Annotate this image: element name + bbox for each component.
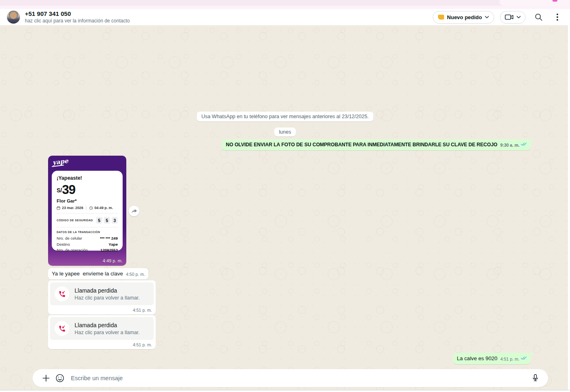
transaction-row: Nro. de celular*** *** 249 (57, 236, 118, 242)
missed-call-icon (58, 290, 66, 298)
missed-call-title: Llamada perdida (75, 322, 140, 328)
missed-call-callback[interactable]: Llamada perdida Haz clic para volver a l… (50, 282, 154, 305)
message-missed-call: Llamada perdida Haz clic para volver a l… (48, 315, 156, 349)
message-input[interactable] (71, 375, 528, 381)
receipt-amount: 39 (62, 184, 75, 196)
search-button[interactable] (531, 10, 546, 24)
message-text: La calve es 9020 (457, 355, 497, 361)
forward-message-button[interactable] (129, 206, 139, 216)
message-time: 4:50 p. m. (126, 272, 145, 277)
voice-message-button[interactable] (528, 371, 542, 385)
clock-icon (89, 206, 93, 210)
video-call-button[interactable] (500, 11, 526, 24)
security-digit: 3 (112, 217, 118, 224)
transaction-row: Nro. de operación12092553 (57, 247, 118, 253)
forward-icon (131, 209, 137, 214)
receipt-date: 23 mar. 2026 (62, 206, 83, 210)
contact-info[interactable]: +51 907 341 050 haz clic aquí para ver l… (25, 10, 130, 24)
message-time: 4:51 p. m. (50, 305, 154, 314)
system-notice: Usa WhatsApp en tu teléfono para ver men… (196, 112, 374, 121)
missed-call-title: Llamada perdida (75, 287, 140, 294)
chat-scrollbar-track[interactable] (568, 25, 570, 390)
receipt-card: ¡Yapeaste! S/ 39 Flor Gar* 23 mar. 2026 … (52, 171, 123, 251)
date-divider: lunes (274, 128, 296, 137)
message-text: Ya le yapee envíeme la clave (52, 271, 123, 277)
video-call-icon (505, 14, 514, 20)
read-receipt-double-check-icon (521, 355, 527, 361)
missed-call-subtitle: Haz clic para volver a llamar. (75, 295, 140, 301)
message-time: 9:30 a. m. (500, 143, 519, 148)
plus-icon (42, 374, 50, 382)
transaction-data-label: DATOS DE LA TRANSACCIÓN (57, 231, 118, 233)
sticker-smiley-icon (55, 374, 64, 383)
chevron-down-icon (517, 16, 521, 18)
transaction-row: DestinoYape (57, 242, 118, 248)
receipt-separator: | (86, 206, 86, 210)
security-code-label: CÓDIGO DE SEGURIDAD (57, 219, 93, 222)
calendar-icon (57, 206, 60, 210)
browser-accent-sliver (552, 0, 557, 2)
message-outgoing-key[interactable]: La calve es 9020 4:51 p. m. (453, 353, 530, 364)
message-outgoing-reminder[interactable]: NO OLVIDE ENVIAR LA FOTO DE SU COMPROBAN… (222, 139, 530, 150)
new-order-button[interactable]: Nuevo pedido (433, 11, 494, 24)
security-digit: 5 (96, 217, 102, 224)
receipt-title: ¡Yapeaste! (57, 175, 118, 181)
message-time: 4:51 p. m. (50, 340, 154, 349)
chat-message-area: Usa WhatsApp en tu teléfono para ver men… (0, 25, 570, 390)
browser-chrome-strip (0, 0, 570, 9)
missed-call-icon-circle (55, 321, 69, 336)
receipt-time: 04:49 p. m. (95, 206, 113, 210)
receipt-recipient: Flor Gar* (57, 198, 118, 203)
contact-avatar[interactable] (7, 11, 20, 24)
missed-call-callback[interactable]: Llamada perdida Haz clic para volver a l… (50, 317, 154, 340)
browser-tabstrip (0, 0, 570, 6)
contact-subtitle[interactable]: haz clic aquí para ver la información de… (25, 18, 130, 24)
viewport-bottom-strip (0, 390, 570, 392)
sticker-picker-button[interactable] (53, 371, 67, 385)
security-digit: 5 (104, 217, 110, 224)
browser-active-tab (500, 0, 570, 6)
receipt-currency: S/ (57, 187, 62, 194)
new-order-label: Nuevo pedido (447, 14, 482, 20)
attach-button[interactable] (39, 371, 53, 385)
microphone-icon (532, 374, 539, 382)
header-actions: Nuevo pedido (433, 10, 563, 24)
read-receipt-double-check-icon (521, 142, 527, 148)
message-receipt-image[interactable]: yape ¡Yapeaste! S/ 39 Flor Gar* 23 mar. … (48, 156, 126, 266)
message-text: NO OLVIDE ENVIAR LA FOTO DE SU COMPROBAN… (226, 142, 497, 148)
missed-call-icon-circle (55, 286, 69, 301)
message-time: 4:51 p. m. (500, 357, 519, 361)
search-icon (535, 13, 543, 21)
transaction-rows: Nro. de celular*** *** 249 DestinoYape N… (57, 236, 118, 253)
image-message-time: 4:49 p. m. (103, 258, 123, 263)
menu-button[interactable] (552, 10, 563, 24)
missed-call-icon (58, 325, 66, 333)
chevron-down-icon (485, 16, 489, 18)
missed-call-subtitle: Haz clic para volver a llamar. (75, 330, 140, 335)
contact-name[interactable]: +51 907 341 050 (25, 10, 130, 18)
message-composer (33, 369, 548, 387)
new-order-tag-icon (438, 15, 444, 20)
bubble-tail (530, 353, 533, 357)
bubble-tail (530, 139, 533, 143)
message-missed-call: Llamada perdida Haz clic para volver a l… (48, 280, 156, 315)
chat-header: +51 907 341 050 haz clic aquí para ver l… (0, 9, 570, 25)
security-code-digits: 5 5 3 (96, 217, 118, 224)
kebab-menu-icon (557, 13, 558, 21)
message-incoming-text[interactable]: Ya le yapee envíeme la clave 4:50 p. m. (48, 268, 148, 280)
